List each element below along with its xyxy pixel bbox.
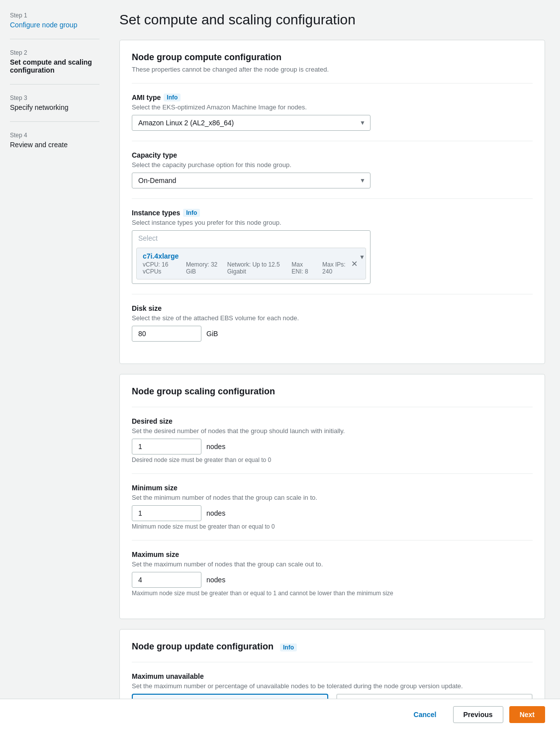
compute-section-header: Node group compute configuration: [132, 52, 533, 63]
sidebar-step-2: Step 2 Set compute and scaling configura…: [10, 49, 99, 85]
desired-size-hint: Set the desired number of nodes that the…: [132, 427, 533, 435]
minimum-size-input-wrapper: nodes: [132, 505, 533, 521]
step-4-label: Step 4: [10, 132, 99, 139]
instance-types-label: Instance types Info: [132, 209, 533, 217]
main-content: Set compute and scaling configuration No…: [109, 0, 560, 730]
update-section-header: Node group update configuration Info: [132, 641, 533, 652]
step-2-label: Step 2: [10, 49, 99, 56]
next-button[interactable]: Next: [509, 706, 545, 723]
instance-types-hint: Select instance types you prefer for thi…: [132, 219, 533, 226]
ami-type-select-wrapper: Amazon Linux 2 (AL2_x86_64) Amazon Linux…: [132, 115, 371, 131]
disk-size-hint: Select the size of the attached EBS volu…: [132, 314, 533, 322]
disk-size-input[interactable]: [132, 326, 201, 342]
instance-types-dropdown[interactable]: Select ▼ c7i.4xlarge vCPU: 16 vCPUs Memo…: [132, 230, 371, 284]
maximum-size-unit: nodes: [206, 576, 225, 584]
cancel-button[interactable]: Cancel: [403, 706, 447, 723]
disk-size-input-wrapper: GiB: [132, 326, 533, 342]
sidebar-item-compute-scaling: Set compute and scaling configuration: [10, 58, 99, 74]
previous-button[interactable]: Previous: [453, 706, 503, 723]
capacity-type-field: Capacity type Select the capacity purcha…: [132, 151, 533, 188]
page-title: Set compute and scaling configuration: [119, 12, 545, 28]
maximum-size-field: Maximum size Set the maximum number of n…: [132, 550, 533, 597]
minimum-size-input[interactable]: [132, 505, 201, 521]
instance-vcpu: vCPU: 16 vCPUs: [143, 261, 178, 275]
instance-network: Network: Up to 12.5 Gigabit: [227, 261, 284, 275]
instance-types-field: Instance types Info Select instance type…: [132, 209, 533, 284]
maximum-size-hint: Set the maximum number of nodes that the…: [132, 560, 533, 568]
instance-name: c7i.4xlarge: [143, 252, 349, 260]
sidebar-item-configure-node-group[interactable]: Configure node group: [10, 21, 77, 29]
instance-types-arrow-icon: ▼: [359, 254, 365, 261]
maximum-size-validation: Maximum node size must be greater than o…: [132, 590, 533, 597]
minimum-size-field: Minimum size Set the minimum number of n…: [132, 484, 533, 530]
sidebar: Step 1 Configure node group Step 2 Set c…: [0, 0, 109, 730]
desired-size-input-wrapper: nodes: [132, 439, 533, 455]
instance-max-ips: Max IPs: 240: [322, 261, 349, 275]
capacity-type-hint: Select the capacity purchase option for …: [132, 161, 533, 169]
ami-type-hint: Select the EKS-optimized Amazon Machine …: [132, 103, 533, 111]
sidebar-item-networking: Specify networking: [10, 103, 99, 111]
remove-instance-button[interactable]: ✕: [349, 258, 360, 270]
instance-specs: vCPU: 16 vCPUs Memory: 32 GiB Network: U…: [143, 261, 349, 275]
minimum-size-unit: nodes: [206, 509, 225, 517]
update-section-info[interactable]: Info: [280, 643, 297, 651]
compute-config-section: Node group compute configuration These p…: [119, 40, 545, 364]
max-unavailable-label: Maximum unavailable: [132, 672, 533, 680]
sidebar-step-4: Step 4 Review and create: [10, 132, 99, 159]
disk-size-unit: GiB: [206, 330, 218, 338]
desired-size-label: Desired size: [132, 417, 533, 425]
instance-max-eni: Max ENI: 8: [291, 261, 314, 275]
capacity-type-select[interactable]: On-Demand Spot: [132, 173, 371, 188]
desired-size-validation: Desired node size must be greater than o…: [132, 456, 533, 463]
instance-types-placeholder[interactable]: Select ▼: [132, 231, 370, 246]
instance-types-info[interactable]: Info: [183, 209, 200, 217]
capacity-type-select-wrapper: On-Demand Spot ▼: [132, 173, 371, 188]
maximum-size-input-wrapper: nodes: [132, 572, 533, 588]
minimum-size-validation: Minimum node size must be greater than o…: [132, 523, 533, 530]
desired-size-input[interactable]: [132, 439, 201, 455]
step-1-label: Step 1: [10, 12, 99, 19]
sidebar-step-3: Step 3 Specify networking: [10, 94, 99, 122]
minimum-size-label: Minimum size: [132, 484, 533, 492]
capacity-type-label: Capacity type: [132, 151, 533, 159]
ami-type-field: AMI type Info Select the EKS-optimized A…: [132, 93, 533, 131]
ami-type-label: AMI type Info: [132, 93, 533, 101]
ami-type-select[interactable]: Amazon Linux 2 (AL2_x86_64) Amazon Linux…: [132, 115, 371, 131]
instance-memory: Memory: 32 GiB: [186, 261, 219, 275]
scaling-section-header: Node group scaling configuration: [132, 386, 533, 397]
max-unavailable-hint: Set the maximum number or percentage of …: [132, 682, 533, 690]
sidebar-step-1: Step 1 Configure node group: [10, 12, 99, 39]
maximum-size-label: Maximum size: [132, 550, 533, 558]
disk-size-field: Disk size Select the size of the attache…: [132, 304, 533, 342]
compute-section-desc: These properties cannot be changed after…: [132, 66, 533, 73]
instance-tag-c7i4xlarge: c7i.4xlarge vCPU: 16 vCPUs Memory: 32 Gi…: [136, 248, 366, 279]
scaling-config-section: Node group scaling configuration Desired…: [119, 374, 545, 619]
desired-size-field: Desired size Set the desired number of n…: [132, 417, 533, 463]
page-footer: Cancel Previous Next: [0, 699, 560, 730]
desired-size-unit: nodes: [206, 443, 225, 451]
step-3-label: Step 3: [10, 94, 99, 101]
sidebar-item-review-create: Review and create: [10, 141, 99, 149]
maximum-size-input[interactable]: [132, 572, 201, 588]
disk-size-label: Disk size: [132, 304, 533, 312]
ami-type-info[interactable]: Info: [164, 93, 181, 101]
minimum-size-hint: Set the minimum number of nodes that the…: [132, 494, 533, 501]
